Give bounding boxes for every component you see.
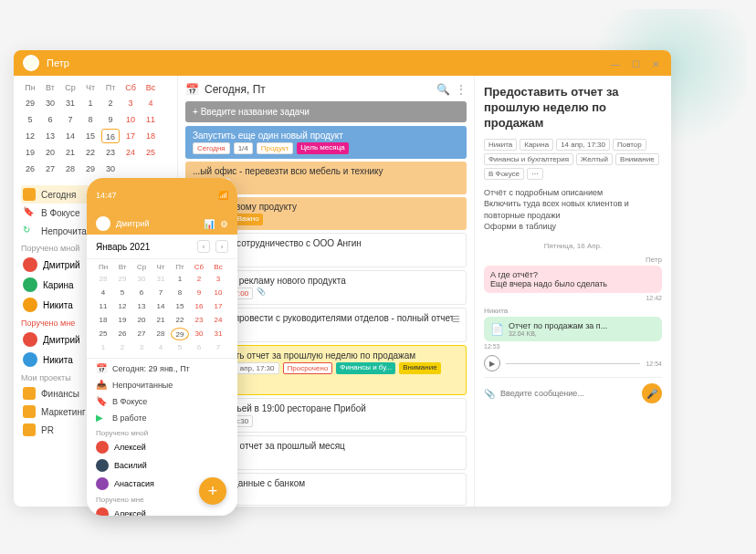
nav-focus[interactable]: 🔖В Фокусе xyxy=(87,393,237,410)
chip-tag[interactable]: Внимание xyxy=(615,153,659,165)
cal-day[interactable]: 19 xyxy=(113,314,131,327)
cal-day[interactable]: 29 xyxy=(21,96,39,110)
cal-day[interactable]: 24 xyxy=(209,314,227,327)
cal-day[interactable]: 13 xyxy=(132,300,151,313)
cal-day[interactable]: 25 xyxy=(94,328,112,340)
cal-day[interactable]: 10 xyxy=(121,112,140,127)
nav-today[interactable]: 📅Сегодня: 29 янв., Пт xyxy=(87,361,237,377)
minimize-icon[interactable]: — xyxy=(609,57,622,70)
avatar[interactable] xyxy=(96,216,110,231)
cal-day[interactable]: 29 xyxy=(81,162,100,176)
cal-day[interactable]: 14 xyxy=(61,129,79,143)
message-input[interactable] xyxy=(500,389,636,398)
cal-day[interactable]: 20 xyxy=(132,314,151,327)
cal-day[interactable]: 17 xyxy=(209,300,227,313)
chip-assignee[interactable]: Карина xyxy=(520,139,553,151)
cal-day[interactable]: 6 xyxy=(132,287,151,299)
cal-day[interactable]: 28 xyxy=(94,273,112,286)
cal-day[interactable]: 18 xyxy=(142,129,160,143)
gear-icon[interactable]: ⚙ xyxy=(220,219,228,229)
nav-working[interactable]: ▶В работе xyxy=(87,410,237,426)
cal-day[interactable]: 2 xyxy=(101,96,120,110)
cal-day[interactable]: 31 xyxy=(61,96,79,110)
attachment-icon[interactable]: 📎 xyxy=(484,389,495,399)
cal-day[interactable]: 17 xyxy=(121,129,140,143)
cal-day[interactable]: 31 xyxy=(152,273,170,286)
cal-day[interactable]: 25 xyxy=(142,145,160,160)
cal-day[interactable]: 7 xyxy=(152,287,170,299)
next-month-button[interactable]: › xyxy=(215,240,228,253)
chat-file[interactable]: 📄 Отчет по продажам за п... 32.04 KB, xyxy=(484,317,662,341)
cal-day[interactable]: 1 xyxy=(171,273,189,286)
cal-day[interactable]: 21 xyxy=(152,314,170,327)
cal-day[interactable]: 11 xyxy=(142,112,160,127)
chip-assignee[interactable]: Никита xyxy=(484,139,517,151)
audio-track[interactable] xyxy=(506,363,640,364)
chip-more[interactable]: ⋯ xyxy=(527,168,543,180)
cal-day[interactable]: 30 xyxy=(190,328,208,340)
list-icon[interactable]: ☰ xyxy=(452,314,460,324)
cal-day[interactable]: 28 xyxy=(152,328,170,340)
chip-project[interactable]: Финансы и бухгалтерия xyxy=(484,153,573,165)
cal-day[interactable]: 2 xyxy=(190,273,208,286)
cal-day[interactable]: 22 xyxy=(171,314,189,327)
cal-day[interactable]: 19 xyxy=(21,145,39,160)
cal-day[interactable]: 4 xyxy=(142,96,160,110)
task-card[interactable]: Запустить еще один новый продукт Сегодня… xyxy=(185,126,467,159)
cal-day[interactable]: 3 xyxy=(209,273,227,286)
cal-day[interactable]: 15 xyxy=(171,300,189,313)
cal-day[interactable]: 3 xyxy=(132,341,151,354)
cal-day[interactable]: 27 xyxy=(132,328,151,340)
chip-date[interactable]: 14 апр, 17:30 xyxy=(556,139,610,151)
cal-day[interactable]: 31 xyxy=(209,328,227,340)
chip-focus[interactable]: В Фокусе xyxy=(484,168,524,180)
cal-day[interactable]: 12 xyxy=(21,129,39,143)
prev-month-button[interactable]: ‹ xyxy=(197,240,210,253)
cal-day[interactable]: 9 xyxy=(101,112,120,127)
cal-day[interactable]: 26 xyxy=(21,162,39,176)
cal-day[interactable]: 30 xyxy=(132,273,151,286)
cal-day[interactable]: 4 xyxy=(94,287,112,299)
cal-day-today[interactable]: 29 xyxy=(171,328,189,340)
task-input[interactable]: + Введите название задачи xyxy=(185,101,467,122)
cal-day[interactable]: 5 xyxy=(113,287,131,299)
cal-day[interactable]: 1 xyxy=(94,341,112,354)
cal-day[interactable]: 16 xyxy=(190,300,208,313)
chart-icon[interactable]: 📊 xyxy=(204,219,215,229)
play-button[interactable]: ▶ xyxy=(484,355,500,371)
cal-day[interactable]: 8 xyxy=(81,112,100,127)
cal-day[interactable]: 7 xyxy=(209,341,227,354)
cal-day[interactable]: 26 xyxy=(113,328,131,340)
chip-repeat[interactable]: Повтор xyxy=(613,139,646,151)
chip-color[interactable]: Желтый xyxy=(576,153,613,165)
close-icon[interactable]: ✕ xyxy=(649,57,662,70)
cal-day[interactable]: 30 xyxy=(101,162,120,176)
phone-person[interactable]: Василий xyxy=(87,456,237,475)
phone-person[interactable]: Алексей xyxy=(87,438,237,456)
avatar[interactable] xyxy=(23,55,39,71)
cal-day[interactable]: 27 xyxy=(41,162,59,176)
more-icon[interactable]: ⋮ xyxy=(456,83,467,96)
cal-day-today[interactable]: 16 xyxy=(101,129,120,143)
cal-day[interactable]: 1 xyxy=(81,96,100,110)
cal-day[interactable]: 10 xyxy=(209,287,227,299)
cal-day[interactable]: 5 xyxy=(21,112,39,127)
calendar-grid[interactable]: 2930311234 567891011 12131415161718 1920… xyxy=(21,96,170,176)
send-button[interactable]: 🎤 xyxy=(642,383,662,403)
cal-day[interactable]: 11 xyxy=(94,300,112,313)
cal-day[interactable]: 30 xyxy=(41,96,59,110)
fab-add-button[interactable]: + xyxy=(199,477,226,505)
cal-day[interactable]: 18 xyxy=(94,314,112,327)
search-icon[interactable]: 🔍 xyxy=(436,83,450,96)
cal-day[interactable]: 8 xyxy=(171,287,189,299)
cal-day[interactable]: 23 xyxy=(101,145,120,160)
cal-day[interactable]: 3 xyxy=(121,96,140,110)
cal-day[interactable]: 5 xyxy=(171,341,189,354)
cal-day[interactable]: 9 xyxy=(190,287,208,299)
maximize-icon[interactable]: ☐ xyxy=(629,57,642,70)
cal-day[interactable]: 7 xyxy=(61,112,79,127)
cal-day[interactable]: 13 xyxy=(41,129,59,143)
cal-day[interactable]: 6 xyxy=(41,112,59,127)
cal-day[interactable]: 21 xyxy=(61,145,79,160)
cal-day[interactable]: 6 xyxy=(190,341,208,354)
